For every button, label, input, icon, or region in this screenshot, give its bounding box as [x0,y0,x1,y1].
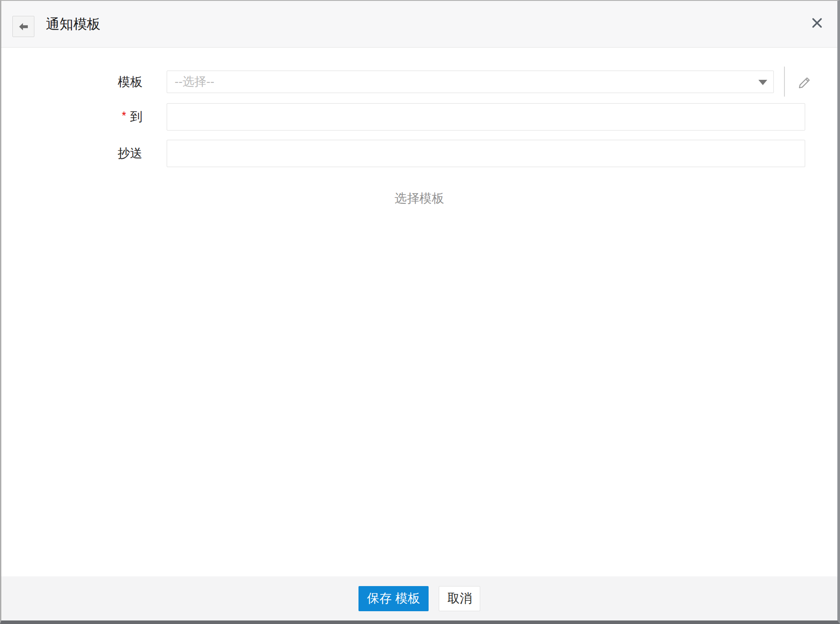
cc-input[interactable] [167,140,805,167]
template-select-placeholder: --选择-- [175,71,214,93]
field-divider [784,67,785,97]
dialog-header: 通知模板 [1,1,837,48]
save-template-button[interactable]: 保存 模板 [358,586,429,611]
back-button[interactable] [12,16,34,37]
chevron-down-icon [758,80,767,85]
template-select[interactable]: --选择-- [167,71,774,93]
close-icon [812,18,822,28]
edit-template-button[interactable] [794,73,814,92]
template-field-label: 模板 [1,71,142,93]
close-button[interactable] [807,13,827,33]
cancel-button[interactable]: 取消 [439,586,480,611]
cc-field-label: 抄送 [1,140,142,167]
pencil-icon [796,75,812,90]
select-template-hint: 选择模板 [1,190,837,207]
arrow-left-icon [19,22,29,32]
to-field-label: * 到 [1,103,142,131]
page-title: 通知模板 [46,1,101,48]
required-asterisk: * [122,109,126,122]
dialog-footer: 保存 模板 取消 [1,576,837,620]
notification-template-dialog: 通知模板 模板 --选择-- * 到 [0,0,840,624]
to-input[interactable] [167,103,805,131]
